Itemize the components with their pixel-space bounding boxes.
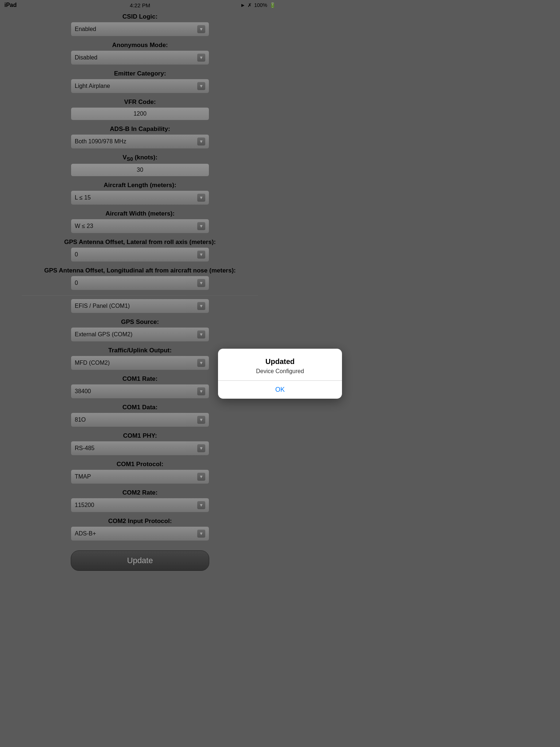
modal-box: Updated Device Configured OK [218, 349, 280, 399]
modal-body: Updated Device Configured [218, 349, 280, 380]
modal-message: Device Configured [225, 368, 280, 375]
modal-button-row: OK [218, 381, 280, 399]
modal-ok-button[interactable]: OK [218, 381, 280, 399]
modal-overlay: Updated Device Configured OK [0, 0, 280, 585]
modal-title: Updated [225, 357, 280, 366]
